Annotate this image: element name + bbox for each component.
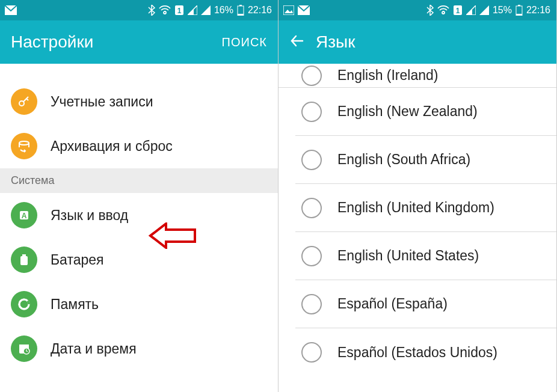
- signal2-icon: [201, 5, 211, 15]
- lang-option[interactable]: English (United Kingdom): [295, 184, 556, 232]
- row-label: Язык и ввод: [51, 207, 128, 224]
- row-datetime[interactable]: Дата и время: [0, 326, 278, 371]
- signal1-icon: [188, 5, 197, 15]
- row-label: Память: [51, 296, 99, 313]
- wifi-icon: [159, 5, 171, 15]
- row-label: Батарея: [51, 252, 104, 268]
- screen-language: 1 15% 22:16 Язык English (Ireland) En: [278, 0, 557, 392]
- lang-label: English (United States): [337, 248, 479, 264]
- lang-label: English (New Zealand): [337, 103, 478, 120]
- battery-percent: 15%: [493, 5, 512, 16]
- radio-icon[interactable]: [301, 246, 322, 266]
- lang-option[interactable]: English (South Africa): [295, 136, 556, 184]
- section-header-system: Система: [0, 168, 278, 193]
- status-bar: 1 15% 22:16: [278, 0, 556, 20]
- lang-label: English (Ireland): [337, 67, 438, 84]
- lang-option[interactable]: Español (Estados Unidos): [295, 328, 556, 376]
- svg-point-7: [19, 141, 29, 145]
- svg-point-13: [19, 299, 29, 309]
- svg-text:1: 1: [456, 7, 460, 15]
- signal2-icon: [479, 5, 489, 15]
- app-bar-language: Язык: [278, 20, 556, 64]
- row-language[interactable]: A Язык и ввод: [0, 193, 278, 237]
- lang-label: Español (España): [337, 296, 448, 312]
- sim-icon: 1: [174, 5, 184, 16]
- page-title: Настройки: [11, 32, 93, 52]
- lang-label: Español (Estados Unidos): [337, 345, 497, 361]
- clock-time: 22:16: [526, 5, 550, 16]
- radio-icon[interactable]: [301, 66, 322, 86]
- svg-rect-5: [238, 14, 244, 16]
- key-icon: [11, 88, 37, 115]
- lang-label: English (South Africa): [337, 152, 470, 168]
- battery-icon: [515, 5, 523, 16]
- svg-rect-11: [20, 256, 28, 265]
- row-label: Дата и время: [51, 341, 137, 357]
- page-title: Язык: [316, 32, 355, 52]
- image-icon: [283, 5, 294, 15]
- status-bar: 1 16% 22:16: [0, 0, 278, 20]
- svg-text:1: 1: [177, 7, 182, 15]
- language-list[interactable]: English (Ireland) English (New Zealand) …: [278, 64, 556, 392]
- search-action[interactable]: ПОИСК: [222, 35, 267, 49]
- radio-icon[interactable]: [301, 150, 322, 170]
- clock-time: 22:16: [248, 5, 272, 16]
- back-button[interactable]: [289, 33, 305, 51]
- lang-label: English (United Kingdom): [337, 200, 494, 216]
- gmail-icon: [5, 5, 17, 15]
- gmail-icon: [298, 5, 310, 15]
- sim-icon: 1: [453, 5, 463, 16]
- svg-rect-24: [516, 14, 522, 16]
- row-backup[interactable]: Архивация и сброс: [0, 124, 278, 168]
- row-label: Учетные записи: [51, 94, 153, 110]
- bluetooth-icon: [148, 5, 155, 16]
- signal1-icon: [466, 5, 476, 15]
- svg-rect-15: [19, 345, 29, 347]
- settings-content: Учетные записи Архивация и сброс Система…: [0, 64, 278, 392]
- radio-icon[interactable]: [301, 198, 322, 218]
- row-label: Архивация и сброс: [51, 138, 173, 155]
- radio-icon[interactable]: [301, 102, 322, 122]
- lang-option[interactable]: English (New Zealand): [295, 88, 556, 136]
- lang-option[interactable]: English (Ireland): [278, 64, 556, 88]
- lang-option[interactable]: English (United States): [295, 232, 556, 280]
- svg-rect-18: [283, 5, 294, 15]
- row-accounts[interactable]: Учетные записи: [0, 79, 278, 124]
- globe-icon: A: [11, 202, 37, 228]
- storage-icon: [11, 291, 37, 317]
- lang-option[interactable]: Español (España): [295, 280, 556, 328]
- wifi-icon: [437, 5, 449, 15]
- row-storage[interactable]: Память: [0, 282, 278, 326]
- radio-icon[interactable]: [301, 342, 322, 363]
- app-bar-settings: Настройки ПОИСК: [0, 20, 278, 64]
- calendar-icon: [11, 335, 37, 362]
- row-battery[interactable]: Батарея: [0, 237, 278, 282]
- svg-rect-10: [22, 254, 26, 256]
- bluetooth-icon: [426, 5, 434, 16]
- battery-percent: 16%: [214, 5, 233, 16]
- backup-icon: [11, 133, 37, 159]
- battery-icon: [237, 5, 244, 16]
- battery-icon: [11, 247, 37, 273]
- screen-settings: 1 16% 22:16 Настройки ПОИСК Учетные запи…: [0, 0, 278, 392]
- svg-text:A: A: [22, 212, 27, 220]
- radio-icon[interactable]: [301, 294, 322, 314]
- svg-point-6: [19, 101, 24, 106]
